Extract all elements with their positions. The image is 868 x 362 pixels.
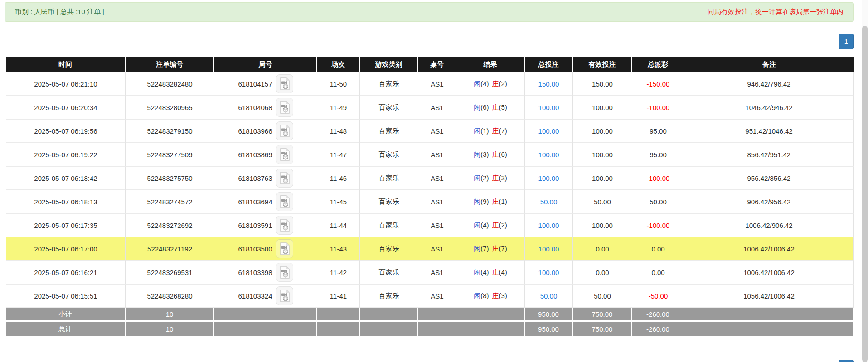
total-bet-link[interactable]: 100.00 [538, 127, 559, 135]
result-player-value: (2) [480, 174, 489, 182]
cell-total-bet: 50.00 [525, 190, 573, 214]
cell-payout: -100.00 [632, 214, 684, 237]
cell-game-type: 百家乐 [360, 190, 418, 214]
cell-remark: 946.42/796.42 [684, 72, 854, 96]
summary-label: 总计 [6, 322, 126, 336]
cell-result: 闲(4)庄(2) [456, 72, 525, 96]
cell-valid-bet: 100.00 [573, 214, 632, 237]
cell-payout: 95.00 [632, 120, 684, 143]
result-banker-value: (7) [499, 127, 507, 135]
cell-payout: 0.00 [632, 237, 684, 261]
cell-valid-bet: 100.00 [573, 167, 632, 190]
cell-round: 618103500 [214, 237, 317, 261]
round-number: 618103591 [238, 222, 272, 229]
cell-round: 618103324 [214, 285, 317, 308]
video-replay-button[interactable] [276, 216, 293, 235]
total-bet-link[interactable]: 50.00 [540, 292, 558, 300]
total-bet-link[interactable]: 50.00 [540, 198, 558, 206]
cell-result: 闲(8)庄(3) [456, 285, 525, 308]
total-bet-link[interactable]: 100.00 [538, 151, 559, 159]
result-player-label: 闲 [474, 150, 480, 158]
video-replay-button[interactable] [276, 192, 293, 211]
video-replay-button[interactable] [276, 239, 293, 258]
result-player-value: (9) [480, 198, 489, 205]
col-header-result: 结果 [456, 57, 525, 72]
cell-game-type: 百家乐 [360, 261, 418, 285]
result-player-value: (4) [480, 268, 489, 276]
scrollbar-thumb[interactable] [862, 26, 868, 362]
summary-payout: -260.00 [632, 308, 684, 322]
result-banker-label: 庄 [492, 245, 499, 252]
cell-total-bet: 100.00 [525, 261, 573, 285]
result-player-value: (7) [480, 245, 489, 252]
table-row[interactable]: 2025-05-07 06:17:35 522483272692 6181035… [6, 214, 854, 237]
round-number: 618103869 [238, 151, 272, 159]
total-bet-link[interactable]: 150.00 [538, 80, 559, 88]
result-player-label: 闲 [474, 174, 480, 182]
cell-total-bet: 100.00 [525, 167, 573, 190]
col-header-time: 时间 [6, 57, 126, 72]
cell-valid-bet: 150.00 [573, 72, 632, 96]
video-replay-button[interactable] [276, 169, 293, 188]
round-number: 618104068 [238, 104, 272, 111]
result-player-label: 闲 [474, 103, 480, 111]
total-bet-link[interactable]: 100.00 [538, 174, 559, 182]
cell-remark: 1006.42/1006.42 [684, 261, 854, 285]
video-replay-icon [279, 266, 291, 279]
result-player-label: 闲 [474, 245, 480, 252]
page-1-button[interactable]: 1 [839, 34, 854, 49]
cell-remark: 1006.42/906.42 [684, 214, 854, 237]
video-replay-button[interactable] [276, 263, 293, 282]
result-banker-label: 庄 [492, 174, 499, 182]
total-bet-link[interactable]: 100.00 [538, 222, 559, 229]
round-number: 618103966 [238, 127, 272, 135]
cell-time: 2025-05-07 06:15:51 [6, 285, 126, 308]
table-row[interactable]: 2025-05-07 06:15:51 522483268280 6181033… [6, 285, 854, 308]
summary-remark [684, 322, 854, 336]
cell-payout: 0.00 [632, 261, 684, 285]
cell-round: 618104068 [214, 96, 317, 120]
cell-session: 11-44 [317, 214, 360, 237]
page-1-button-bottom[interactable]: 1 [839, 360, 854, 362]
cell-table-no: AS1 [418, 167, 456, 190]
summary-valid-bet: 750.00 [573, 322, 632, 336]
cell-time: 2025-05-07 06:20:34 [6, 96, 126, 120]
summary-payout: -260.00 [632, 322, 684, 336]
col-header-payout: 总派彩 [632, 57, 684, 72]
table-row[interactable]: 2025-05-07 06:19:22 522483277509 6181038… [6, 143, 854, 167]
video-replay-button[interactable] [276, 98, 293, 117]
summary-banner: 币别 : 人民币 | 总共 :10 注单 | 同局有效投注，统一计算在该局第一张… [5, 2, 854, 22]
table-row[interactable]: 2025-05-07 06:20:34 522483280965 6181040… [6, 96, 854, 120]
cell-result: 闲(4)庄(2) [456, 214, 525, 237]
cell-game-type: 百家乐 [360, 143, 418, 167]
video-replay-icon [279, 219, 291, 232]
cell-result: 闲(6)庄(5) [456, 96, 525, 120]
table-row[interactable]: 2025-05-07 06:21:10 522483282480 6181041… [6, 72, 854, 96]
table-row[interactable]: 2025-05-07 06:18:42 522483275750 6181037… [6, 167, 854, 190]
col-header-valid-bet: 有效投注 [573, 57, 632, 72]
scrollbar-track[interactable] [862, 0, 868, 362]
cell-round: 618103591 [214, 214, 317, 237]
total-bet-link[interactable]: 100.00 [538, 245, 559, 253]
video-replay-button[interactable] [276, 286, 293, 305]
cell-round: 618103398 [214, 261, 317, 285]
video-replay-button[interactable] [276, 121, 293, 140]
table-row[interactable]: 2025-05-07 06:19:56 522483279150 6181039… [6, 120, 854, 143]
summary-row: 小计 10 950.00 750.00 -260.00 [6, 308, 854, 322]
summary-count: 10 [126, 322, 214, 336]
video-replay-button[interactable] [276, 145, 293, 164]
result-banker-label: 庄 [492, 198, 499, 205]
round-number: 618103694 [238, 198, 272, 206]
cell-session: 11-41 [317, 285, 360, 308]
cell-game-type: 百家乐 [360, 167, 418, 190]
cell-table-no: AS1 [418, 72, 456, 96]
total-bet-link[interactable]: 100.00 [538, 104, 559, 111]
table-row[interactable]: 2025-05-07 06:18:13 522483274572 6181036… [6, 190, 854, 214]
video-replay-button[interactable] [276, 74, 293, 93]
cell-bet-id: 522483269531 [126, 261, 214, 285]
cell-remark: 1046.42/946.42 [684, 96, 854, 120]
total-bet-link[interactable]: 100.00 [538, 269, 559, 276]
table-row[interactable]: 2025-05-07 06:17:00 522483271192 6181035… [6, 237, 854, 261]
table-row[interactable]: 2025-05-07 06:16:21 522483269531 6181033… [6, 261, 854, 285]
col-header-remark: 备注 [684, 57, 854, 72]
